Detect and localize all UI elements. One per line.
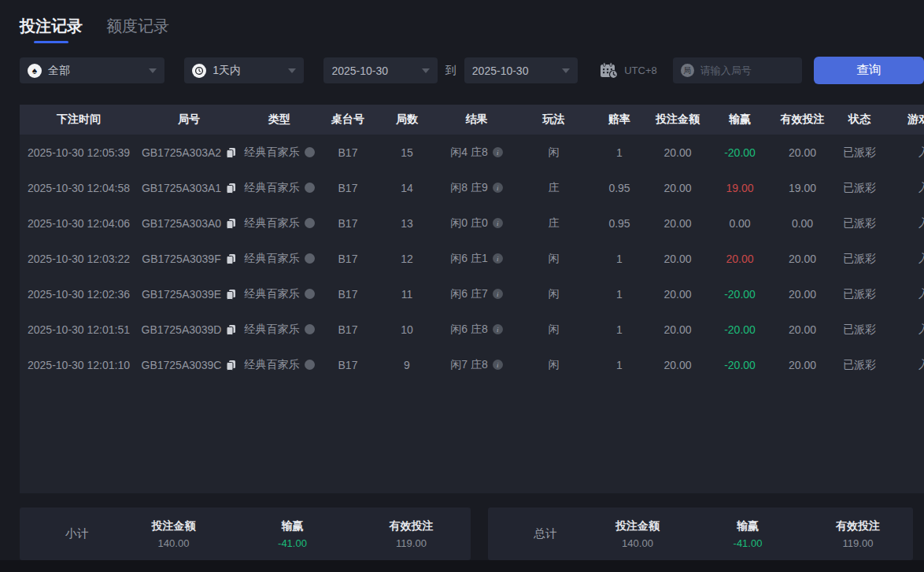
date-to-label: 到 (445, 64, 456, 78)
cell-status: 已派彩 (833, 170, 886, 205)
cell-play: 闲 (516, 276, 591, 312)
cell-odds: 1 (591, 347, 648, 382)
time-range-dropdown[interactable]: 1天内 (184, 57, 304, 83)
cell-win_loss: -20.00 (708, 347, 772, 382)
active-tab-underline (34, 41, 68, 43)
cell-rounds: 9 (377, 347, 437, 382)
cell-type: 经典百家乐 (240, 347, 319, 382)
summary-row: 小计 投注金额 140.00 输赢 -41.00 有效投注 119.00 总计 … (20, 507, 924, 560)
cell-result: 闲6 庄8i (437, 312, 516, 347)
chevron-down-icon (149, 68, 157, 73)
cell-table_no: B17 (319, 312, 377, 347)
cell-bet_amount: 20.00 (648, 347, 708, 382)
bet-records-table: 下注时间局号类型桌台号局数结果玩法赔率投注金额输赢有效投注状态游戏模式 2025… (20, 105, 924, 382)
game-type-dropdown[interactable]: ♠ 全部 (20, 57, 164, 83)
table-row: 2025-10-30 12:04:06GB1725A303A0经典百家乐B171… (20, 205, 924, 241)
column-header-odds: 赔率 (591, 105, 648, 135)
round-badge-icon: 局 (681, 64, 694, 77)
date-from-dropdown[interactable]: 2025-10-30 (323, 57, 437, 83)
copy-icon[interactable] (226, 289, 236, 300)
total-win-loss: 输赢 -41.00 (693, 519, 803, 549)
cell-valid_bet: 20.00 (772, 241, 833, 276)
cell-result: 闲6 庄7i (437, 276, 516, 312)
tab-quota-records[interactable]: 额度记录 (106, 16, 169, 43)
dot-icon (305, 360, 315, 370)
cell-rounds: 15 (377, 135, 437, 170)
copy-icon[interactable] (226, 360, 236, 371)
cell-bet_amount: 20.00 (648, 312, 708, 347)
cell-odds: 0.95 (591, 205, 648, 241)
cell-status: 已派彩 (833, 205, 886, 241)
cell-time: 2025-10-30 12:01:51 (20, 312, 138, 347)
column-header-valid_bet: 有效投注 (772, 105, 833, 135)
cell-win_loss: -20.00 (708, 312, 772, 347)
table-row: 2025-10-30 12:02:36GB1725A3039E经典百家乐B171… (20, 276, 924, 312)
cell-rounds: 10 (377, 312, 437, 347)
date-from-value: 2025-10-30 (331, 65, 388, 77)
cell-rounds: 14 (377, 170, 437, 205)
copy-icon[interactable] (226, 253, 236, 264)
tab-bet-records[interactable]: 投注记录 (20, 16, 83, 43)
cell-time: 2025-10-30 12:04:06 (20, 205, 138, 241)
cell-game_mode: 入座 (886, 135, 924, 170)
round-search-input[interactable] (700, 65, 794, 76)
dot-icon (305, 147, 315, 157)
cell-table_no: B17 (319, 276, 377, 312)
cell-status: 已派彩 (833, 312, 886, 347)
info-icon[interactable]: i (493, 147, 503, 157)
copy-icon[interactable] (226, 218, 236, 229)
column-header-play: 玩法 (516, 105, 591, 135)
info-icon[interactable]: i (493, 183, 503, 193)
subtotal-valid-bet: 有效投注 119.00 (352, 519, 471, 549)
copy-icon[interactable] (226, 183, 236, 194)
cell-result: 闲0 庄0i (437, 205, 516, 241)
table-row: 2025-10-30 12:01:10GB1725A3039C经典百家乐B179… (20, 347, 924, 382)
cell-type: 经典百家乐 (240, 135, 319, 170)
cell-round_id: GB1725A3039C (138, 347, 240, 382)
tab-bet-records-label: 投注记录 (20, 17, 83, 35)
cell-play: 闲 (516, 241, 591, 276)
cell-time: 2025-10-30 12:05:39 (20, 135, 138, 170)
cell-valid_bet: 20.00 (772, 312, 833, 347)
info-icon[interactable]: i (493, 218, 503, 228)
cell-round_id: GB1725A303A1 (138, 170, 240, 205)
time-range-value: 1天内 (213, 64, 241, 78)
column-header-result: 结果 (437, 105, 516, 135)
table-row: 2025-10-30 12:04:58GB1725A303A1经典百家乐B171… (20, 170, 924, 205)
cell-status: 已派彩 (833, 347, 886, 382)
cell-odds: 1 (591, 135, 648, 170)
cell-status: 已派彩 (833, 241, 886, 276)
calendar-clock-icon[interactable] (600, 62, 618, 79)
cell-result: 闲4 庄8i (437, 135, 516, 170)
info-icon[interactable]: i (493, 253, 503, 264)
info-icon[interactable]: i (493, 324, 503, 334)
cell-valid_bet: 20.00 (772, 135, 833, 170)
cell-play: 闲 (516, 347, 591, 382)
cell-win_loss: 20.00 (708, 241, 772, 276)
bet-records-table-container: 下注时间局号类型桌台号局数结果玩法赔率投注金额输赢有效投注状态游戏模式 2025… (20, 105, 924, 493)
search-button[interactable]: 查询 (814, 57, 924, 84)
cell-round_id: GB1725A303A2 (138, 135, 240, 170)
info-icon[interactable]: i (493, 289, 503, 299)
column-header-game_mode: 游戏模式 (886, 105, 924, 135)
column-header-bet_amount: 投注金额 (648, 105, 708, 135)
cell-win_loss: -20.00 (708, 135, 772, 170)
cell-valid_bet: 19.00 (772, 170, 833, 205)
cell-valid_bet: 0.00 (772, 205, 833, 241)
table-row: 2025-10-30 12:01:51GB1725A3039D经典百家乐B171… (20, 312, 924, 347)
info-icon[interactable]: i (493, 360, 503, 370)
cell-type: 经典百家乐 (240, 312, 319, 347)
subtotal-bet-amount: 投注金额 140.00 (114, 519, 233, 549)
dot-icon (305, 253, 315, 264)
cell-round_id: GB1725A3039F (138, 241, 240, 276)
cell-time: 2025-10-30 12:03:22 (20, 241, 138, 276)
date-to-dropdown[interactable]: 2025-10-30 (464, 57, 578, 83)
cell-valid_bet: 20.00 (772, 276, 833, 312)
copy-icon[interactable] (226, 147, 236, 158)
total-title: 总计 (488, 526, 582, 541)
cell-result: 闲6 庄1i (437, 241, 516, 276)
copy-icon[interactable] (226, 324, 236, 335)
filter-bar: ♠ 全部 1天内 2025-10-30 到 2025-10-30 (20, 57, 924, 83)
dot-icon (305, 218, 315, 228)
cell-time: 2025-10-30 12:02:36 (20, 276, 138, 312)
